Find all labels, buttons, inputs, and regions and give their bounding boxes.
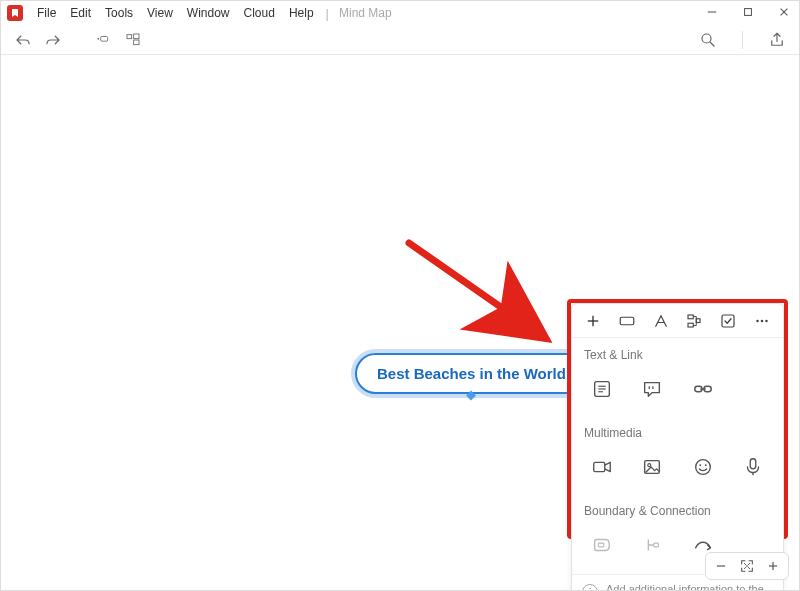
svg-point-5 bbox=[97, 37, 99, 39]
panel-tab-add[interactable] bbox=[576, 304, 610, 337]
zoom-in-button[interactable] bbox=[762, 555, 784, 577]
svg-rect-39 bbox=[598, 543, 604, 547]
menubar: File Edit Tools View Window Cloud Help |… bbox=[31, 4, 396, 22]
panel-tab-structure[interactable] bbox=[677, 304, 711, 337]
menu-separator: | bbox=[326, 6, 329, 21]
svg-rect-15 bbox=[688, 315, 693, 319]
image-button[interactable] bbox=[630, 450, 674, 484]
section-row-multimedia bbox=[572, 446, 783, 494]
svg-rect-6 bbox=[127, 34, 132, 38]
svg-point-20 bbox=[761, 319, 764, 322]
svg-point-19 bbox=[756, 319, 759, 322]
section-title-textlink: Text & Link bbox=[572, 338, 783, 368]
section-title-multimedia: Multimedia bbox=[572, 416, 783, 446]
menu-edit[interactable]: Edit bbox=[64, 4, 97, 22]
layout-button[interactable] bbox=[121, 28, 145, 52]
toolbar bbox=[1, 25, 799, 55]
menu-file[interactable]: File bbox=[31, 4, 62, 22]
toolbar-separator bbox=[742, 31, 743, 49]
svg-point-21 bbox=[765, 319, 768, 322]
svg-rect-18 bbox=[722, 315, 734, 327]
zoom-control bbox=[705, 552, 789, 580]
window-controls bbox=[703, 3, 793, 21]
svg-line-10 bbox=[710, 42, 714, 46]
share-button[interactable] bbox=[765, 28, 789, 52]
svg-point-34 bbox=[695, 460, 710, 475]
menu-cloud[interactable]: Cloud bbox=[238, 4, 281, 22]
window-minimize-button[interactable] bbox=[703, 3, 721, 21]
menu-tools[interactable]: Tools bbox=[99, 4, 139, 22]
audio-button[interactable] bbox=[731, 450, 775, 484]
undo-button[interactable] bbox=[11, 28, 35, 52]
menu-view[interactable]: View bbox=[141, 4, 179, 22]
redo-button[interactable] bbox=[41, 28, 65, 52]
svg-line-11 bbox=[409, 243, 541, 335]
panel-tabs bbox=[572, 304, 783, 338]
properties-panel: Text & Link Multimedia bbox=[571, 303, 784, 591]
svg-rect-4 bbox=[101, 36, 108, 41]
window-maximize-button[interactable] bbox=[739, 3, 757, 21]
central-topic-node[interactable]: Best Beaches in the World bbox=[355, 353, 588, 394]
canvas[interactable]: Best Beaches in the World bbox=[1, 55, 799, 590]
svg-rect-37 bbox=[750, 459, 756, 469]
svg-point-35 bbox=[699, 464, 701, 466]
svg-rect-17 bbox=[697, 318, 701, 322]
insert-node-button[interactable] bbox=[91, 28, 115, 52]
svg-point-9 bbox=[702, 34, 711, 43]
annotation-arrow bbox=[397, 235, 567, 355]
fit-screen-button[interactable] bbox=[736, 555, 758, 577]
svg-point-33 bbox=[648, 464, 651, 467]
video-button[interactable] bbox=[580, 450, 624, 484]
svg-point-36 bbox=[704, 464, 706, 466]
svg-rect-14 bbox=[620, 317, 634, 325]
app-icon bbox=[7, 5, 23, 21]
menu-help[interactable]: Help bbox=[283, 4, 320, 22]
titlebar: File Edit Tools View Window Cloud Help |… bbox=[1, 1, 799, 25]
window-close-button[interactable] bbox=[775, 3, 793, 21]
panel-tab-shape[interactable] bbox=[610, 304, 644, 337]
panel-info-text: Add additional information to the select… bbox=[606, 583, 773, 591]
comment-button[interactable] bbox=[630, 372, 674, 406]
svg-rect-31 bbox=[594, 462, 605, 471]
panel-tab-text[interactable] bbox=[644, 304, 678, 337]
boundary-button[interactable] bbox=[580, 528, 624, 562]
svg-rect-8 bbox=[134, 40, 139, 45]
svg-rect-7 bbox=[134, 34, 139, 39]
document-title: Mind Map bbox=[335, 4, 396, 22]
search-button[interactable] bbox=[696, 28, 720, 52]
central-topic-label: Best Beaches in the World bbox=[377, 365, 566, 382]
section-title-boundary: Boundary & Connection bbox=[572, 494, 783, 524]
menu-window[interactable]: Window bbox=[181, 4, 236, 22]
panel-tab-more[interactable] bbox=[745, 304, 779, 337]
svg-rect-40 bbox=[654, 543, 659, 547]
note-button[interactable] bbox=[580, 372, 624, 406]
zoom-out-button[interactable] bbox=[710, 555, 732, 577]
link-button[interactable] bbox=[681, 372, 725, 406]
svg-rect-16 bbox=[688, 323, 693, 327]
emoji-button[interactable] bbox=[681, 450, 725, 484]
summary-button[interactable] bbox=[630, 528, 674, 562]
panel-tab-task[interactable] bbox=[711, 304, 745, 337]
section-row-textlink bbox=[572, 368, 783, 416]
svg-rect-1 bbox=[745, 9, 752, 16]
info-icon: i bbox=[582, 584, 598, 591]
